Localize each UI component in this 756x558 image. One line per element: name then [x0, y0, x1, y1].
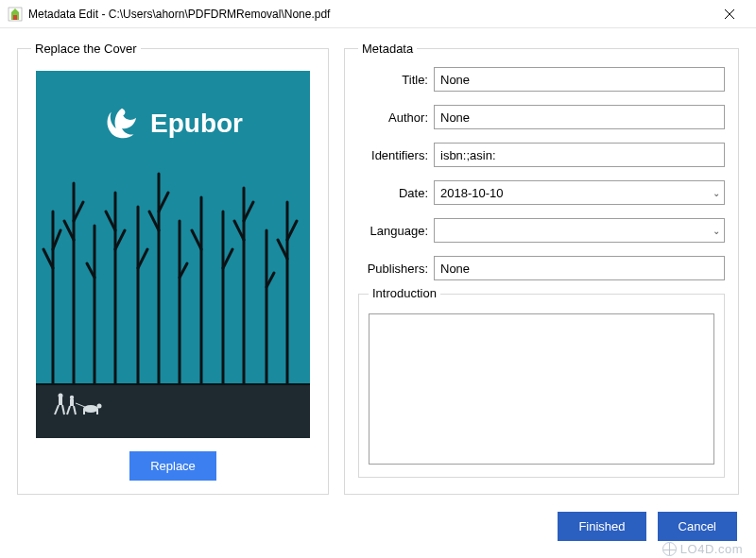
svg-rect-35 [59, 397, 62, 405]
introduction-textarea[interactable] [369, 313, 714, 465]
svg-point-42 [83, 405, 98, 413]
globe-icon [662, 542, 677, 556]
svg-line-37 [62, 405, 64, 414]
svg-point-45 [97, 404, 102, 409]
svg-rect-1 [13, 15, 17, 20]
date-value: 2018-10-10 [440, 186, 718, 200]
chevron-down-icon: ⌄ [713, 226, 720, 236]
introduction-label: Introduction [369, 286, 440, 300]
epubor-bird-icon [103, 105, 141, 143]
cover-trees [36, 155, 310, 400]
svg-rect-43 [83, 409, 85, 414]
cover-brand-text: Epubor [150, 109, 243, 139]
finished-button[interactable]: Finished [558, 512, 645, 541]
watermark: LO4D.com [662, 542, 743, 556]
metadata-legend: Metadata [358, 42, 417, 56]
metadata-groupbox: Metadata Title: Author: Identifiers: Dat… [344, 42, 739, 495]
svg-line-41 [74, 406, 76, 414]
date-combo[interactable]: 2018-10-10 ⌄ [434, 180, 725, 205]
svg-line-46 [76, 403, 85, 407]
svg-rect-44 [96, 409, 98, 414]
cover-walker-icon [53, 392, 106, 419]
cancel-button[interactable]: Cancel [658, 512, 737, 541]
window-title: Metadata Edit - C:\Users\ahorn\PDFDRMRem… [28, 8, 711, 21]
footer-buttons: Finished Cancel [558, 512, 737, 541]
cover-legend: Replace the Cover [31, 42, 141, 56]
introduction-groupbox: Introduction [358, 294, 725, 478]
language-label: Language: [358, 224, 434, 238]
identifiers-field[interactable] [434, 143, 725, 167]
cover-image: Epubor [36, 71, 310, 438]
cover-groupbox: Replace the Cover Epubor [17, 42, 329, 495]
language-combo[interactable]: ⌄ [434, 218, 725, 243]
title-label: Title: [358, 73, 434, 87]
svg-rect-39 [70, 399, 74, 406]
identifiers-label: Identifiers: [358, 148, 434, 162]
close-button[interactable] [711, 1, 748, 27]
title-field[interactable] [434, 67, 725, 92]
date-label: Date: [358, 186, 434, 200]
chevron-down-icon: ⌄ [713, 188, 720, 198]
titlebar: Metadata Edit - C:\Users\ahorn\PDFDRMRem… [0, 0, 756, 28]
svg-line-36 [55, 405, 59, 414]
svg-line-40 [67, 406, 70, 414]
publishers-label: Publishers: [358, 262, 434, 276]
svg-point-34 [59, 394, 63, 398]
svg-point-38 [70, 396, 74, 399]
watermark-text: LO4D.com [680, 542, 743, 556]
app-icon [8, 7, 23, 22]
replace-button[interactable]: Replace [129, 451, 216, 481]
author-field[interactable] [434, 105, 725, 129]
author-label: Author: [358, 110, 434, 125]
publishers-field[interactable] [434, 256, 725, 280]
